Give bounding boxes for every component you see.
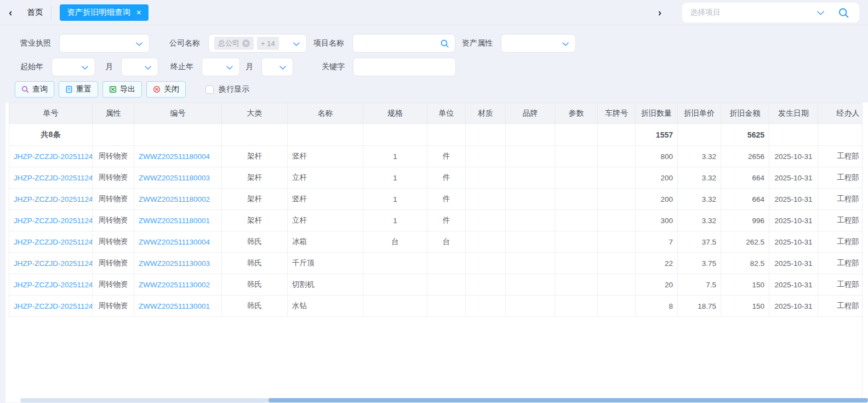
close-button[interactable]: 关闭 [146,81,186,98]
search-icon[interactable] [838,7,849,19]
start-month-select[interactable] [121,58,158,76]
table-cell [363,296,427,317]
header-row: 单号属性编号大类名称规格单位材质品牌参数车牌号折旧数量折旧单价折旧金额发生日期经… [9,103,868,124]
table-cell: 韩氏 [222,253,288,274]
business-license-select[interactable] [59,34,150,53]
table-cell [506,231,555,253]
table-cell: 周转物资 [93,253,134,274]
table-cell: ZWWZ202511180003 [134,167,222,189]
close-icon[interactable]: ✕ [136,9,141,16]
column-header: 折旧金额 [721,103,769,124]
table-cell: 150 [721,296,769,317]
summary-cell [506,124,555,146]
close-circle-icon [153,86,161,93]
keyword-input[interactable] [359,58,450,76]
end-month-select[interactable] [261,58,293,76]
table-cell: JHZP-ZCZJD-20251124 [9,146,93,167]
table-cell: 件 [427,167,466,189]
table-cell [506,167,555,189]
tab-bar: ‹ 首页 资产折旧明细查询 ✕ › 选择项目 [0,0,868,25]
order-number-link[interactable]: JHZP-ZCZJD-20251124 [14,217,93,225]
forward-icon[interactable]: › [658,7,661,18]
table-cell: 件 [427,146,466,167]
wrap-display-checkbox[interactable] [205,86,214,94]
column-header: 大类 [222,103,288,124]
reset-button[interactable]: 重置 [59,81,98,98]
asset-code-link[interactable]: ZWWZ202511130003 [139,259,210,268]
order-number-link[interactable]: JHZP-ZCZJD-20251124 [14,152,93,161]
table-cell: 水钻 [288,296,363,317]
order-number-link[interactable]: JHZP-ZCZJD-20251124 [14,259,93,268]
horizontal-scrollbar[interactable] [20,398,868,402]
table-cell: 82.5 [721,253,769,274]
order-number-link[interactable]: JHZP-ZCZJD-20251124 [14,174,93,182]
summary-cell [222,124,288,146]
table-cell: 工程部 [818,296,868,317]
table-cell [363,274,427,296]
export-button[interactable]: 导出 [102,81,142,98]
table-cell [427,253,466,274]
table-row: JHZP-ZCZJD-20251124周转物资ZWWZ202511130004韩… [9,231,868,253]
order-number-link[interactable]: JHZP-ZCZJD-20251124 [14,302,93,310]
project-name-input[interactable] [358,35,449,52]
end-year-select[interactable] [202,58,240,76]
table-cell: 韩氏 [222,296,288,317]
table-cell: JHZP-ZCZJD-20251124 [9,253,93,274]
table-cell: 1 [363,167,427,189]
table-cell: 3.32 [678,167,721,189]
summary-cell: 5625 [721,124,769,146]
asset-code-link[interactable]: ZWWZ202511130004 [139,238,210,246]
asset-code-link[interactable]: ZWWZ202511180001 [139,217,210,225]
toolbar: 查询 重置 导出 关闭 换行显示 [15,81,868,98]
asset-code-link[interactable]: ZWWZ202511180002 [139,195,210,203]
asset-code-link[interactable]: ZWWZ202511180003 [139,174,210,182]
column-header: 车牌号 [598,103,636,124]
table-wrap: 单号属性编号大类名称规格单位材质品牌参数车牌号折旧数量折旧单价折旧金额发生日期经… [9,103,868,317]
table-cell: 架杆 [222,167,288,189]
order-number-link[interactable]: JHZP-ZCZJD-20251124 [14,238,93,246]
asset-attribute-select[interactable] [501,34,576,53]
table-row: JHZP-ZCZJD-20251124周转物资ZWWZ202511180004架… [9,146,868,167]
asset-code-link[interactable]: ZWWZ202511130002 [139,281,210,289]
table-cell [555,167,598,189]
tab-home[interactable]: 首页 [27,7,43,18]
table-cell: 周转物资 [93,167,134,189]
table-cell: 冰箱 [288,231,363,253]
table-cell: 竖杆 [288,189,363,210]
table-cell [466,274,506,296]
tab-asset-depreciation-query[interactable]: 资产折旧明细查询 ✕ [60,4,149,21]
company-name-select[interactable]: 总公司 ✕ + 14 [208,34,307,53]
horizontal-scrollbar-thumb[interactable] [269,398,868,402]
export-button-label: 导出 [120,84,135,94]
chevron-down-icon [279,66,286,70]
start-year-label: 起始年 [20,62,43,72]
search-icon [21,86,29,93]
table-cell: ZWWZ202511130001 [134,296,222,317]
company-tag-label: 总公司 [218,38,239,48]
table-cell: JHZP-ZCZJD-20251124 [9,231,93,253]
table-cell: 切割机 [288,274,363,296]
table-cell [427,274,466,296]
filter-row-2: 起始年 月 终止年 月 关键字 [20,58,868,76]
table-cell: 千斤顶 [288,253,363,274]
vertical-scrollbar[interactable] [862,103,868,398]
start-year-select[interactable] [52,58,95,76]
column-header: 名称 [288,103,363,124]
project-select[interactable]: 选择项目 [682,3,859,22]
asset-code-link[interactable]: ZWWZ202511180004 [139,152,210,161]
table-cell [466,146,506,167]
back-icon[interactable]: ‹ [9,7,12,18]
summary-cell: 1557 [636,124,678,146]
search-icon[interactable] [440,39,449,48]
table-cell [466,231,506,253]
summary-cell [678,124,721,146]
table-cell: ZWWZ202511130002 [134,274,222,296]
asset-code-link[interactable]: ZWWZ202511130001 [139,302,210,310]
table-cell: 8 [636,296,678,317]
remove-tag-icon[interactable]: ✕ [242,39,250,47]
query-button[interactable]: 查询 [15,81,54,98]
table-cell [466,296,506,317]
order-number-link[interactable]: JHZP-ZCZJD-20251124 [14,195,93,203]
order-number-link[interactable]: JHZP-ZCZJD-20251124 [14,281,93,289]
table-cell: 22 [636,253,678,274]
